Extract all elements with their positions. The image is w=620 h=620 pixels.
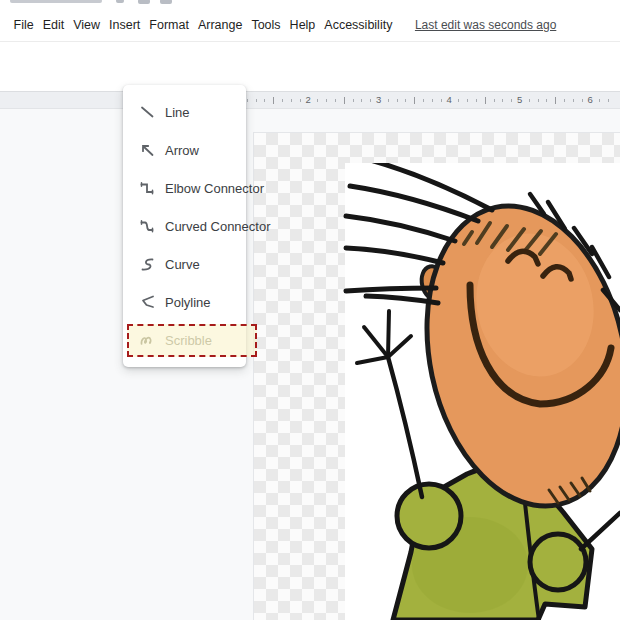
ruler-tick — [291, 99, 292, 102]
menu-item-curved-connector[interactable]: Curved Connector — [123, 207, 246, 245]
ruler-ticks: 123456 — [0, 92, 620, 108]
google-drawings-app: File Edit View Insert Format Arrange Too… — [0, 0, 620, 620]
ruler-tick — [397, 99, 398, 102]
line-icon — [138, 103, 156, 121]
horizontal-ruler: 123456 — [0, 91, 620, 109]
ruler-tick — [564, 99, 565, 102]
menu-accessibility[interactable]: Accessibility — [320, 15, 397, 35]
menu-bar: File Edit View Insert Format Arrange Too… — [0, 9, 620, 42]
menu-format[interactable]: Format — [145, 15, 194, 35]
ruler-tick — [423, 99, 424, 102]
curve-icon — [138, 255, 156, 273]
workspace — [0, 109, 620, 620]
ruler-tick — [388, 99, 389, 102]
ruler-tick — [273, 97, 274, 104]
menu-item-polyline[interactable]: Polyline — [123, 283, 246, 321]
ruler-inch-label: 6 — [588, 94, 593, 105]
clipped-title-remnant — [10, 0, 102, 3]
ruler-tick — [282, 99, 283, 102]
menu-item-label: Arrow — [165, 143, 199, 158]
ruler-tick — [353, 99, 354, 102]
last-edit-status-link[interactable]: Last edit was seconds ago — [415, 18, 556, 32]
cartoon-drawing — [253, 132, 620, 620]
ruler-inch-label: 2 — [306, 94, 311, 105]
menu-item-line[interactable]: Line — [123, 93, 246, 131]
ruler-tick — [485, 97, 486, 104]
cartoon-left-shoulder — [397, 484, 461, 548]
ruler-tick — [405, 99, 406, 102]
ruler-tick — [502, 99, 503, 102]
clipped-status-icon — [160, 0, 172, 4]
ruler-tick — [361, 99, 362, 102]
clipped-folder-icon — [138, 0, 150, 4]
ruler-inch-label: 5 — [517, 94, 522, 105]
menu-insert[interactable]: Insert — [105, 15, 145, 35]
ruler-tick — [494, 99, 495, 102]
menu-item-label: Scribble — [165, 333, 212, 348]
ruler-tick — [529, 99, 530, 102]
ruler-tick — [326, 99, 327, 102]
ruler-tick — [511, 99, 512, 102]
clipped-title-bar — [0, 0, 620, 9]
menu-file[interactable]: File — [9, 15, 38, 35]
ruler-tick — [538, 99, 539, 102]
scribble-icon — [138, 331, 156, 349]
ruler-tick — [335, 99, 336, 102]
ruler-tick — [573, 99, 574, 102]
ruler-tick — [370, 99, 371, 102]
ruler-tick — [599, 99, 600, 102]
clipped-star-icon — [116, 0, 124, 3]
menu-item-label: Elbow Connector — [165, 181, 264, 196]
drawing-canvas[interactable] — [253, 132, 620, 620]
ruler-tick — [414, 97, 415, 104]
ruler-tick — [432, 99, 433, 102]
menu-view[interactable]: View — [69, 15, 105, 35]
menu-item-label: Curve — [165, 257, 200, 272]
polyline-icon — [138, 293, 156, 311]
menu-edit[interactable]: Edit — [38, 15, 69, 35]
ruler-tick — [458, 99, 459, 102]
ruler-tick — [608, 99, 609, 102]
menu-item-arrow[interactable]: Arrow — [123, 131, 246, 169]
menu-item-curve[interactable]: Curve — [123, 245, 246, 283]
ruler-tick — [546, 99, 547, 102]
ruler-tick — [264, 99, 265, 102]
menu-item-label: Curved Connector — [165, 219, 271, 234]
menu-tools[interactable]: Tools — [247, 15, 285, 35]
menu-item-label: Polyline — [165, 295, 211, 310]
ruler-tick — [555, 97, 556, 104]
line-tool-dropdown-menu: Line Arrow Elbow Connector Curved Connec… — [123, 85, 246, 367]
ruler-inch-label: 4 — [447, 94, 452, 105]
menu-item-elbow-connector[interactable]: Elbow Connector — [123, 169, 246, 207]
ruler-tick — [247, 99, 248, 102]
menu-help[interactable]: Help — [285, 15, 320, 35]
ruler-tick — [317, 99, 318, 102]
menu-arrange[interactable]: Arrange — [193, 15, 246, 35]
ruler-inch-label: 3 — [376, 94, 381, 105]
ruler-tick — [441, 99, 442, 102]
ruler-tick — [582, 99, 583, 102]
arrow-icon — [138, 141, 156, 159]
menu-item-scribble[interactable]: Scribble — [123, 321, 246, 359]
curved-connector-icon — [138, 217, 156, 235]
ruler-tick — [467, 99, 468, 102]
ruler-tick — [256, 99, 257, 102]
menu-item-label: Line — [165, 105, 190, 120]
cartoon-right-shoulder — [530, 534, 586, 590]
ruler-tick — [344, 97, 345, 104]
ruler-tick — [300, 99, 301, 102]
toolbar — [0, 42, 620, 87]
ruler-tick — [476, 99, 477, 102]
elbow-connector-icon — [138, 179, 156, 197]
